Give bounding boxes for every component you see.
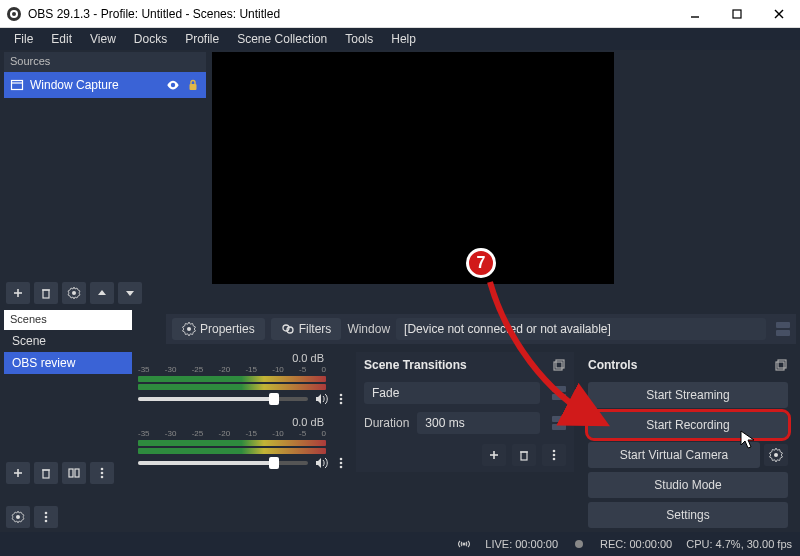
mixer-ticks: -35-30-25-20-15-10-50	[138, 365, 326, 374]
menu-scene-collection[interactable]: Scene Collection	[229, 30, 335, 48]
start-virtual-camera-button[interactable]: Start Virtual Camera	[588, 442, 760, 468]
scenes-toolbar	[6, 462, 114, 484]
svg-point-41	[553, 458, 556, 461]
main-area: Sources Window Capture Scenes Scene OBS …	[0, 50, 800, 556]
speaker-icon[interactable]	[314, 456, 328, 470]
source-item[interactable]: Window Capture	[4, 72, 206, 98]
menu-file[interactable]: File	[6, 30, 41, 48]
svg-rect-9	[190, 84, 197, 90]
studio-mode-button[interactable]: Studio Mode	[588, 472, 788, 498]
volume-slider[interactable]	[138, 397, 308, 401]
stats-settings-button[interactable]	[6, 506, 30, 528]
scenes-header: Scenes	[4, 310, 132, 330]
stats-more-button[interactable]	[34, 506, 58, 528]
menu-help[interactable]: Help	[383, 30, 424, 48]
meter-bar	[138, 448, 326, 454]
status-rec: REC: 00:00:00	[600, 538, 672, 550]
more-icon[interactable]	[334, 456, 348, 470]
minimize-button[interactable]	[674, 0, 716, 28]
svg-point-19	[340, 398, 343, 401]
menu-profile[interactable]: Profile	[177, 30, 227, 48]
settings-button[interactable]: Settings	[588, 502, 788, 528]
lock-icon[interactable]	[186, 78, 200, 92]
annotation-arrow-icon	[476, 268, 636, 438]
svg-rect-7	[12, 81, 23, 90]
move-up-button[interactable]	[90, 282, 114, 304]
svg-point-44	[774, 453, 778, 457]
window-title: OBS 29.1.3 - Profile: Untitled - Scenes:…	[28, 7, 674, 21]
selector-stepper[interactable]	[776, 322, 790, 336]
filters-label: Filters	[299, 322, 332, 336]
remove-transition-button[interactable]	[512, 444, 536, 466]
add-scene-button[interactable]	[6, 462, 30, 484]
svg-rect-26	[43, 470, 49, 478]
svg-point-32	[101, 476, 104, 479]
menu-tools[interactable]: Tools	[337, 30, 381, 48]
svg-rect-43	[778, 360, 786, 368]
menu-view[interactable]: View	[82, 30, 124, 48]
svg-rect-4	[733, 10, 741, 18]
audio-mixer: 0.0 dB -35-30-25-20-15-10-50 0.0 dB -35-…	[138, 352, 348, 480]
svg-rect-12	[43, 290, 49, 298]
volume-slider[interactable]	[138, 461, 308, 465]
svg-point-45	[16, 515, 20, 519]
scene-item[interactable]: OBS review	[4, 352, 132, 374]
scene-filter-button[interactable]	[62, 462, 86, 484]
annotation-badge: 7	[466, 248, 496, 278]
popout-icon[interactable]	[774, 358, 788, 372]
remove-source-button[interactable]	[34, 282, 58, 304]
scene-more-button[interactable]	[90, 462, 114, 484]
properties-button[interactable]: Properties	[172, 318, 265, 340]
transitions-title: Scene Transitions	[364, 358, 467, 372]
mixer-ticks: -35-30-25-20-15-10-50	[138, 429, 326, 438]
svg-point-40	[553, 454, 556, 457]
window-selector-label: Window	[347, 322, 390, 336]
filters-button[interactable]: Filters	[271, 318, 342, 340]
sources-header: Sources	[4, 52, 206, 72]
properties-label: Properties	[200, 322, 255, 336]
svg-rect-37	[521, 452, 527, 460]
menu-edit[interactable]: Edit	[43, 30, 80, 48]
menubar: File Edit View Docks Profile Scene Colle…	[0, 28, 800, 50]
more-icon[interactable]	[334, 392, 348, 406]
source-settings-button[interactable]	[62, 282, 86, 304]
svg-point-31	[101, 472, 104, 475]
svg-point-46	[45, 512, 48, 515]
filters-icon	[281, 322, 295, 336]
svg-rect-28	[69, 469, 73, 477]
svg-point-21	[340, 458, 343, 461]
speaker-icon[interactable]	[314, 392, 328, 406]
status-cpu: CPU: 4.7%, 30.00 fps	[686, 538, 792, 550]
remove-scene-button[interactable]	[34, 462, 58, 484]
gear-icon	[769, 448, 783, 462]
vcam-settings-button[interactable]	[764, 444, 788, 466]
svg-point-49	[463, 543, 465, 545]
svg-point-48	[45, 520, 48, 523]
svg-point-14	[72, 291, 76, 295]
broadcast-icon	[457, 537, 471, 551]
add-source-button[interactable]	[6, 282, 30, 304]
obs-logo-icon	[6, 6, 22, 22]
svg-point-47	[45, 516, 48, 519]
meter-bar	[138, 384, 326, 390]
sources-panel: Sources Window Capture	[4, 52, 206, 98]
meter-bar	[138, 376, 326, 382]
menu-docks[interactable]: Docks	[126, 30, 175, 48]
preview-canvas[interactable]	[212, 52, 614, 284]
svg-point-18	[340, 394, 343, 397]
mixer-db-value: 0.0 dB	[138, 352, 348, 364]
bottom-toolbar	[6, 506, 58, 528]
add-transition-button[interactable]	[482, 444, 506, 466]
move-down-button[interactable]	[118, 282, 142, 304]
status-live: LIVE: 00:00:00	[485, 538, 558, 550]
maximize-button[interactable]	[716, 0, 758, 28]
transition-more-button[interactable]	[542, 444, 566, 466]
window-icon	[10, 78, 24, 92]
svg-point-50	[575, 540, 583, 548]
svg-point-15	[187, 327, 191, 331]
eye-icon[interactable]	[166, 78, 180, 92]
scene-item[interactable]: Scene	[4, 330, 132, 352]
svg-point-20	[340, 402, 343, 405]
close-button[interactable]	[758, 0, 800, 28]
scenes-panel: Scenes Scene OBS review	[4, 310, 132, 374]
